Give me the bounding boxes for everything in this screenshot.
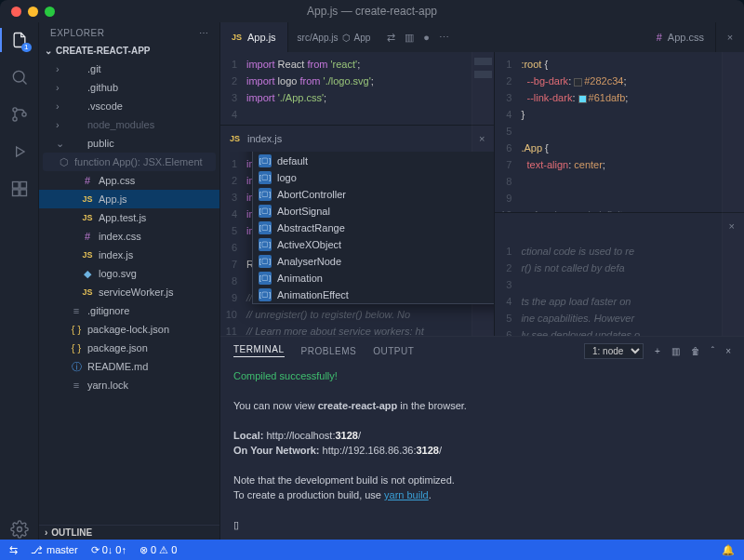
zoom-window-icon[interactable] <box>45 7 55 17</box>
terminal-picker[interactable]: 1: node <box>584 343 644 359</box>
js-file-icon: JS <box>230 134 240 143</box>
svg-point-8 <box>17 527 21 532</box>
cube-icon: ⬡ <box>342 33 351 43</box>
svg-rect-5 <box>20 182 26 189</box>
suggest-item[interactable]: [▢]ActiveXObject <box>253 236 494 253</box>
status-bar: ⇆ ⎇master ⟳ 0↓ 0↑ ⊗ 0 ⚠ 0 🔔 <box>0 540 744 560</box>
gear-icon[interactable] <box>9 519 30 540</box>
tree-item[interactable]: ›.vscode <box>39 97 219 115</box>
terminal-tab[interactable]: TERMINAL <box>233 344 285 357</box>
signature-hint: ⬡function App(): JSX.Element <box>43 153 216 171</box>
suggest-item[interactable]: [▢]AnimationEffect <box>253 287 494 303</box>
intellisense-popup: × [◇]App[▢]React[▢]arguments[▢]default[▢… <box>252 152 494 304</box>
new-terminal-icon[interactable]: + <box>655 346 660 356</box>
more-icon[interactable]: ⋯ <box>199 28 209 38</box>
explorer-sidebar: EXPLORER ⋯ ⌄ CREATE-REACT-APP ›.git›.git… <box>39 22 220 540</box>
window-title: App.js — create-react-app <box>0 5 744 18</box>
activity-bar: 1 <box>0 22 39 540</box>
chevron-right-icon: › <box>45 527 47 538</box>
editor-right-lower: × 1ctional code is used to re2r() is not… <box>495 212 744 336</box>
split-icon[interactable]: ▥ <box>405 32 414 44</box>
suggest-item[interactable]: [▢]AbortSignal <box>253 203 494 220</box>
svg-point-2 <box>12 117 16 121</box>
title-bar: App.js — create-react-app <box>0 0 744 22</box>
extensions-icon[interactable] <box>9 179 30 199</box>
search-icon[interactable] <box>9 67 30 87</box>
close-window-icon[interactable] <box>11 7 21 17</box>
tab-index-js[interactable]: index.js <box>247 133 282 144</box>
suggest-item[interactable]: [▢]default <box>253 153 494 169</box>
tab-app-js[interactable]: JS App.js <box>220 22 288 52</box>
svg-point-1 <box>12 108 16 112</box>
tree-item[interactable]: ›node_modules <box>39 115 219 134</box>
scm-icon[interactable] <box>9 104 30 125</box>
close-group-icon[interactable]: × <box>716 32 744 43</box>
traffic-lights <box>11 7 55 17</box>
breadcrumb-symbol[interactable]: App <box>354 33 371 43</box>
suggest-item[interactable]: [▢]AbstractRange <box>253 220 494 236</box>
svg-rect-4 <box>12 182 19 189</box>
editor-index-js-group: JS index.js × × [◇]App[▢]React[▢]argumen… <box>220 125 494 336</box>
tree-item[interactable]: JSApp.test.js <box>39 208 219 227</box>
tree-item[interactable]: ›.github <box>39 78 219 97</box>
minimize-window-icon[interactable] <box>28 7 38 17</box>
close-panel-icon[interactable]: × <box>725 346 731 356</box>
tree-item[interactable]: #App.css <box>39 171 219 190</box>
problems-status[interactable]: ⊗ 0 ⚠ 0 <box>140 544 177 556</box>
outline-section[interactable]: › OUTLINE <box>39 525 219 540</box>
svg-point-3 <box>21 113 25 116</box>
tree-item[interactable]: ◆logo.svg <box>39 264 219 283</box>
svg-rect-6 <box>12 190 19 196</box>
tree-item[interactable]: JSindex.js <box>39 246 219 264</box>
tab-overflow-icon[interactable]: ⋯ <box>439 32 449 44</box>
editor-tabs: JS App.js src/App.js ⬡ App ⇄ ▥ ● ⋯ <box>220 22 744 52</box>
explorer-icon[interactable]: 1 <box>9 30 30 50</box>
breadcrumb-path[interactable]: src/App.js <box>298 33 339 43</box>
tab-app-css[interactable]: # App.css <box>645 22 716 52</box>
minimap[interactable] <box>722 52 744 336</box>
tree-item[interactable]: ≡.gitignore <box>39 301 219 320</box>
suggest-item[interactable]: [▢]logo <box>253 169 494 186</box>
trash-icon[interactable]: 🗑 <box>691 346 700 356</box>
tree-item[interactable]: ≡yarn.lock <box>39 376 219 394</box>
css-file-icon: # <box>657 32 662 43</box>
tree-item[interactable]: { }package.json <box>39 339 219 357</box>
editor-index-js[interactable]: × [◇]App[▢]React[▢]arguments[▢]default[▢… <box>220 152 494 336</box>
remote-indicator[interactable]: ⇆ <box>9 544 18 556</box>
suggest-item[interactable]: [▢]AbortController <box>253 186 494 203</box>
tab-more-icon[interactable]: ● <box>423 32 430 44</box>
git-sync[interactable]: ⟳ 0↓ 0↑ <box>91 544 126 556</box>
bottom-panel: TERMINAL PROBLEMS OUTPUT 1: node + ▥ 🗑 ˆ… <box>220 336 744 540</box>
tree-item[interactable]: JSApp.js <box>39 190 219 208</box>
terminal-output[interactable]: Compiled successfully! You can now view … <box>220 365 744 540</box>
tree-item[interactable]: #index.css <box>39 227 219 246</box>
svg-rect-7 <box>20 190 26 196</box>
git-branch[interactable]: ⎇master <box>31 544 78 556</box>
output-tab[interactable]: OUTPUT <box>373 346 414 356</box>
file-tree: ›.git›.github›.vscode›node_modules⌄publi… <box>39 58 219 525</box>
debug-icon[interactable] <box>9 141 30 162</box>
maximize-panel-icon[interactable]: ˆ <box>711 346 714 356</box>
tree-item[interactable]: ›.git <box>39 60 219 78</box>
js-file-icon: JS <box>232 33 242 42</box>
project-root[interactable]: ⌄ CREATE-REACT-APP <box>39 44 219 58</box>
chevron-down-icon: ⌄ <box>45 46 52 56</box>
suggest-item[interactable]: [▢]AnalyserNode <box>253 253 494 270</box>
split-terminal-icon[interactable]: ▥ <box>671 346 680 356</box>
svg-point-0 <box>13 71 24 82</box>
explorer-badge: 1 <box>21 43 31 52</box>
editor-comments[interactable]: 1ctional code is used to re2r() is not c… <box>495 239 744 336</box>
notifications-icon[interactable]: 🔔 <box>722 544 735 556</box>
explorer-title: EXPLORER <box>50 28 104 38</box>
tree-item[interactable]: JSserviceWorker.js <box>39 283 219 301</box>
tree-item[interactable]: ⌄public <box>39 134 219 153</box>
compare-icon[interactable]: ⇄ <box>387 32 395 44</box>
suggest-item[interactable]: [▢]Animation <box>253 270 494 287</box>
problems-tab[interactable]: PROBLEMS <box>301 346 357 356</box>
tree-item[interactable]: ⓘREADME.md <box>39 357 219 376</box>
tree-item[interactable]: { }package-lock.json <box>39 320 219 339</box>
